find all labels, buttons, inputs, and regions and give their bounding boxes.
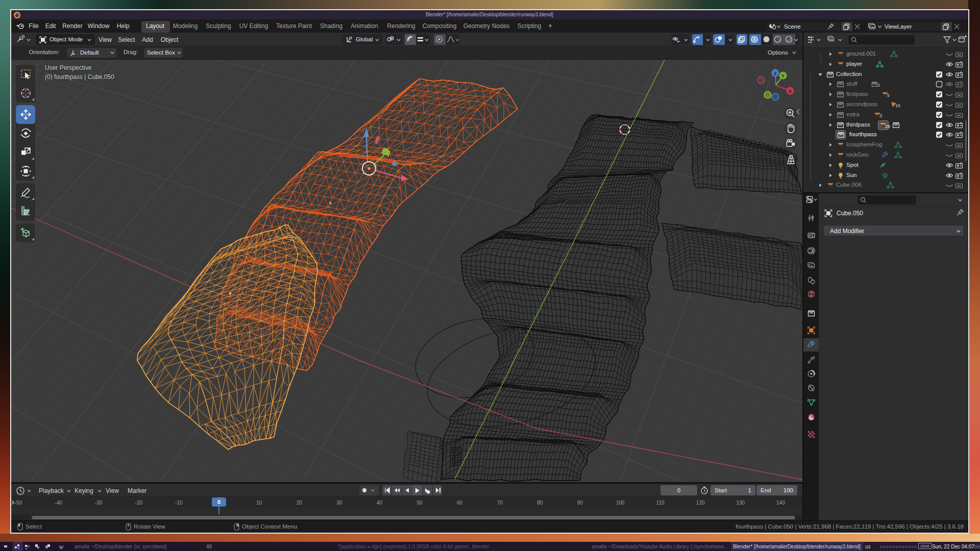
svg-text:Z: Z	[774, 70, 777, 76]
svg-text:Y: Y	[781, 73, 785, 79]
svg-text:X: X	[789, 88, 792, 94]
